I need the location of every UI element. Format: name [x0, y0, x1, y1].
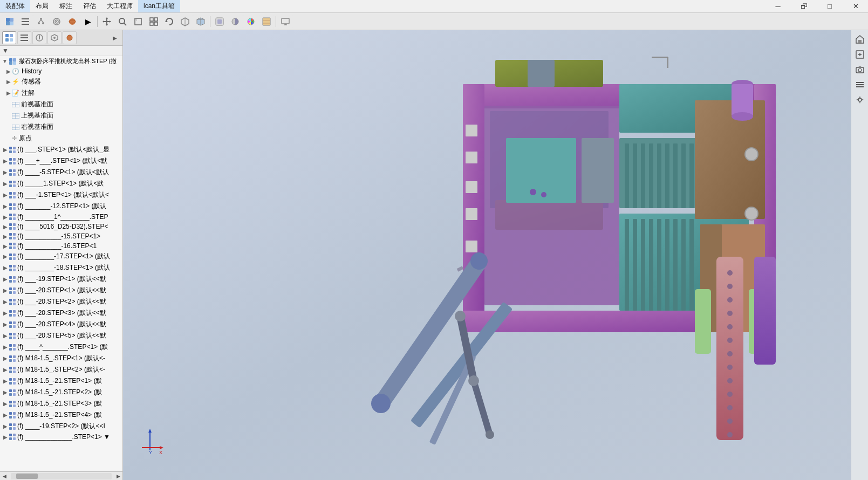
comp-row-25[interactable]: ▶ (f) M18-1.5_-21.STEP<4> (默	[0, 409, 122, 421]
rotate-button[interactable]	[162, 15, 177, 29]
tab-model[interactable]	[2, 31, 16, 44]
pan-button[interactable]	[99, 15, 114, 29]
color-button[interactable]	[243, 15, 258, 29]
notes-expand-arrow[interactable]: ▶	[6, 90, 11, 96]
tree-item-sensor[interactable]: ▶ ⚡ 传感器	[0, 76, 122, 87]
camera-button[interactable]	[853, 63, 867, 77]
comp24-arrow[interactable]: ▶	[3, 401, 8, 407]
tree-area[interactable]: ▼ 撤石灰卧床平推机绞龙出料.STEP (撤 ▶ 🕐 History ▶ ⚡ 传…	[0, 56, 122, 471]
comp27-arrow[interactable]: ▶	[3, 434, 8, 440]
comp2-arrow[interactable]: ▶	[3, 158, 8, 164]
list-view-button[interactable]	[18, 15, 33, 29]
tree-item-history[interactable]: ▶ 🕐 History	[0, 66, 122, 76]
comp9-arrow[interactable]: ▶	[3, 234, 8, 239]
tab-appearance[interactable]	[63, 31, 77, 44]
comp19-arrow[interactable]: ▶	[3, 344, 8, 350]
3d-view-button[interactable]	[177, 15, 193, 29]
comp20-arrow[interactable]: ▶	[3, 355, 8, 361]
monitor-button[interactable]	[278, 15, 293, 29]
comp-row-15[interactable]: ▶ (f) ___-20.STEP<2> (默认<<默	[0, 296, 122, 307]
texture-button[interactable]	[259, 15, 274, 29]
menu-item-lcan[interactable]: lcan工具箱	[138, 0, 180, 12]
comp-row-23[interactable]: ▶ (f) M18-1.5_-21.STEP<2> (默	[0, 387, 122, 398]
comp-row-12[interactable]: ▶ (f) ________-18.STEP<1> (默认	[0, 262, 122, 273]
comp-row-10[interactable]: ▶ (f) __________-16.STEP<1	[0, 241, 122, 251]
comp21-arrow[interactable]: ▶	[3, 367, 8, 373]
comp12-arrow[interactable]: ▶	[3, 265, 8, 271]
comp-row-17[interactable]: ▶ (f) ___-20.STEP<4> (默认<<默	[0, 319, 122, 330]
comp-row-14[interactable]: ▶ (f) ___-20.STEP<1> (默认<<默	[0, 285, 122, 296]
tree-view-button[interactable]	[33, 15, 49, 29]
close-button[interactable]: ✕	[843, 0, 868, 13]
comp7-arrow[interactable]: ▶	[3, 214, 8, 220]
target-button[interactable]	[49, 15, 64, 29]
comp22-arrow[interactable]: ▶	[3, 378, 8, 384]
comp23-arrow[interactable]: ▶	[3, 389, 8, 395]
comp-row-27[interactable]: ▶ (f) _____________.STEP<1> ▼	[0, 432, 122, 442]
scroll-thumb[interactable]	[16, 474, 38, 479]
comp26-arrow[interactable]: ▶	[3, 423, 8, 429]
comp11-arrow[interactable]: ▶	[3, 253, 8, 259]
root-expand-arrow[interactable]: ▼	[2, 58, 8, 64]
history-expand-arrow[interactable]: ▶	[6, 68, 11, 74]
comp-row-20[interactable]: ▶ (f) M18-1.5_.STEP<1> (默认<-	[0, 353, 122, 364]
sensor-expand-arrow[interactable]: ▶	[6, 79, 11, 85]
comp-row-4[interactable]: ▶ (f) _____1.STEP<1> (默认<默	[0, 178, 122, 189]
comp-row-1[interactable]: ▶ (f) ___.STEP<1> (默认<默认_显	[0, 144, 122, 155]
scroll-right-button[interactable]: ▶	[114, 472, 122, 480]
comp-row-22[interactable]: ▶ (f) M18-1.5_-21.STEP<1> (默	[0, 375, 122, 387]
comp-row-21[interactable]: ▶ (f) M18-1.5_.STEP<2> (默认<-	[0, 364, 122, 375]
3d-viewport[interactable]: Y X	[123, 30, 851, 480]
comp-row-9[interactable]: ▶ (f) __________-15.STEP<1>	[0, 231, 122, 241]
minimize-button[interactable]: ─	[766, 0, 790, 13]
comp17-arrow[interactable]: ▶	[3, 321, 8, 327]
more-button[interactable]: ▶	[80, 15, 95, 29]
tab-config[interactable]	[47, 31, 61, 44]
view-home-button[interactable]	[853, 32, 867, 46]
comp-row-7[interactable]: ▶ (f) ________1^________.STEP	[0, 212, 122, 222]
tab-properties[interactable]	[32, 31, 46, 44]
zoom-fit-right-button[interactable]	[853, 47, 867, 61]
tree-item-origin[interactable]: ▶ ✛ 原点	[0, 133, 122, 144]
tree-item-right-plane[interactable]: ▶ 右视基准面	[0, 121, 122, 133]
fit-view-button[interactable]	[146, 15, 161, 29]
zoom-window-button[interactable]	[131, 15, 146, 29]
comp14-arrow[interactable]: ▶	[3, 287, 8, 293]
comp-row-3[interactable]: ▶ (f) ____-5.STEP<1> (默认<默认	[0, 167, 122, 178]
tree-item-top-plane[interactable]: ▶ 上视基准面	[0, 110, 122, 121]
tree-item-front-plane[interactable]: ▶ 前视基准面	[0, 99, 122, 110]
comp-row-13[interactable]: ▶ (f) ___-19.STEP<1> (默认<<默	[0, 273, 122, 285]
comp4-arrow[interactable]: ▶	[3, 181, 8, 187]
layers-right-button[interactable]	[853, 78, 867, 92]
comp-row-16[interactable]: ▶ (f) ___-20.STEP<3> (默认<<默	[0, 307, 122, 319]
comp-row-19[interactable]: ▶ (f) ____^_______.STEP<1> (默	[0, 341, 122, 353]
tabs-more-arrow[interactable]: ▶	[110, 31, 120, 44]
comp-row-8[interactable]: ▶ (f) ____5016_D25-D32).STEP<	[0, 222, 122, 231]
cube-view-button[interactable]	[193, 15, 208, 29]
settings-right-button[interactable]	[853, 93, 867, 107]
comp6-arrow[interactable]: ▶	[3, 203, 8, 209]
comp16-arrow[interactable]: ▶	[3, 310, 8, 316]
menu-item-layout[interactable]: 布局	[30, 0, 54, 12]
menu-item-engineer[interactable]: 大工程师	[101, 0, 138, 12]
comp-row-26[interactable]: ▶ (f) ____-19.STEP<2> (默认<<I	[0, 421, 122, 432]
comp-row-2[interactable]: ▶ (f) ___+___.STEP<1> (默认<默	[0, 155, 122, 167]
comp25-arrow[interactable]: ▶	[3, 412, 8, 418]
comp1-arrow[interactable]: ▶	[3, 147, 8, 153]
comp5-arrow[interactable]: ▶	[3, 192, 8, 198]
menu-item-annotation[interactable]: 标注	[54, 0, 78, 12]
display-mode-button[interactable]	[212, 15, 227, 29]
comp10-arrow[interactable]: ▶	[3, 243, 8, 249]
tree-item-notes[interactable]: ▶ 📝 注解	[0, 87, 122, 99]
comp13-arrow[interactable]: ▶	[3, 276, 8, 282]
comp15-arrow[interactable]: ▶	[3, 299, 8, 305]
sphere-button[interactable]	[65, 15, 80, 29]
half-display-button[interactable]	[228, 15, 243, 29]
comp-row-24[interactable]: ▶ (f) M18-1.5_-21.STEP<3> (默	[0, 398, 122, 409]
comp-row-6[interactable]: ▶ (f) _______-12.STEP<1> (默认	[0, 201, 122, 212]
assembly-view-button[interactable]	[2, 15, 17, 29]
comp3-arrow[interactable]: ▶	[3, 169, 8, 175]
tree-root-item[interactable]: ▼ 撤石灰卧床平推机绞龙出料.STEP (撤	[0, 56, 122, 66]
comp8-arrow[interactable]: ▶	[3, 224, 8, 230]
restore-button[interactable]: 🗗	[791, 0, 816, 13]
